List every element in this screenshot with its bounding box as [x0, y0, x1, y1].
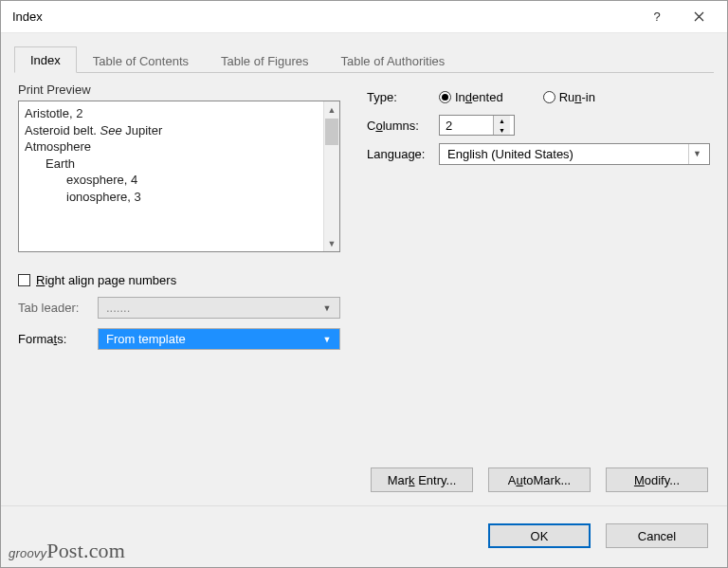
type-row: Type: Indented Run-in — [367, 82, 710, 111]
tab-leader-row: Tab leader: ....... ▼ — [18, 297, 340, 319]
tab-panel-index: Print Preview Aristotle, 2 Asteroid belt… — [14, 73, 714, 460]
chevron-down-icon: ▼ — [318, 335, 336, 344]
print-preview-content: Aristotle, 2 Asteroid belt. See Jupiter … — [19, 101, 323, 251]
dialog-footer: OK Cancel — [1, 505, 727, 567]
preview-line: Asteroid belt. See Jupiter — [25, 122, 318, 139]
dialog-title: Index — [12, 9, 636, 24]
tab-index[interactable]: Index — [14, 46, 77, 73]
tab-strip: Index Table of Contents Table of Figures… — [14, 45, 714, 73]
automark-button[interactable]: AutoMark... — [488, 467, 591, 492]
tab-toa[interactable]: Table of Authorities — [325, 47, 462, 73]
left-column: Print Preview Aristotle, 2 Asteroid belt… — [18, 82, 340, 456]
preview-line: ionosphere, 3 — [25, 189, 318, 206]
print-preview-box: Aristotle, 2 Asteroid belt. See Jupiter … — [18, 101, 340, 252]
chevron-down-icon: ▼ — [318, 303, 336, 313]
preview-line: Earth — [25, 156, 318, 173]
radio-icon — [439, 91, 451, 103]
close-icon — [694, 11, 704, 22]
spinner-buttons: ▲ ▼ — [493, 116, 510, 135]
modify-button[interactable]: Modify... — [606, 467, 708, 492]
columns-spinner[interactable]: ▲ ▼ — [439, 115, 515, 136]
spin-up-icon[interactable]: ▲ — [494, 116, 510, 125]
tab-leader-label: Tab leader: — [18, 301, 90, 315]
formats-label: Formats: — [18, 332, 90, 346]
radio-label: Indented — [455, 90, 503, 104]
formats-combo[interactable]: From template ▼ — [98, 328, 340, 350]
chevron-down-icon: ▼ — [688, 144, 705, 164]
type-runin-radio[interactable]: Run-in — [543, 90, 595, 104]
preview-line: Aristotle, 2 — [25, 105, 318, 122]
type-label: Type: — [367, 90, 439, 104]
titlebar: Index ? — [1, 1, 727, 33]
scroll-track[interactable] — [324, 146, 339, 235]
formats-row: Formats: From template ▼ — [18, 328, 340, 350]
radio-icon — [543, 91, 555, 103]
right-column: Type: Indented Run-in Columns: — [367, 82, 710, 456]
mid-button-row: Mark Entry... AutoMark... Modify... — [14, 460, 714, 500]
close-button[interactable] — [678, 4, 719, 30]
dialog-content: Index Table of Contents Table of Figures… — [1, 33, 727, 505]
tab-leader-combo: ....... ▼ — [98, 297, 340, 319]
print-preview-label: Print Preview — [18, 82, 340, 97]
radio-label: Run-in — [559, 90, 595, 104]
spin-down-icon[interactable]: ▼ — [494, 125, 510, 135]
scroll-down-icon[interactable]: ▼ — [324, 235, 339, 251]
footer-button-row: OK Cancel — [14, 516, 714, 556]
index-dialog: Index ? Index Table of Contents Table of… — [0, 0, 728, 568]
preview-line: Atmosphere — [25, 138, 318, 156]
scroll-thumb[interactable] — [325, 119, 338, 145]
preview-line: exosphere, 4 — [25, 172, 318, 189]
columns-row: Columns: ▲ ▼ — [367, 111, 710, 139]
tab-tof[interactable]: Table of Figures — [205, 47, 325, 73]
language-combo[interactable]: English (United States) ▼ — [439, 143, 710, 165]
tab-toc[interactable]: Table of Contents — [77, 47, 205, 73]
help-button[interactable]: ? — [636, 4, 678, 30]
scroll-up-icon[interactable]: ▲ — [324, 101, 339, 118]
right-align-label: Right align page numbers — [36, 273, 176, 287]
language-row: Language: English (United States) ▼ — [367, 139, 710, 168]
checkbox-icon — [18, 274, 30, 286]
columns-input[interactable] — [440, 116, 493, 135]
right-align-checkbox[interactable]: Right align page numbers — [18, 273, 340, 287]
mark-entry-button[interactable]: Mark Entry... — [371, 467, 473, 492]
language-label: Language: — [367, 147, 439, 161]
preview-scrollbar[interactable]: ▲ ▼ — [323, 101, 339, 251]
columns-label: Columns: — [367, 119, 439, 133]
type-indented-radio[interactable]: Indented — [439, 90, 503, 104]
cancel-button[interactable]: Cancel — [606, 523, 708, 548]
ok-button[interactable]: OK — [488, 523, 591, 548]
